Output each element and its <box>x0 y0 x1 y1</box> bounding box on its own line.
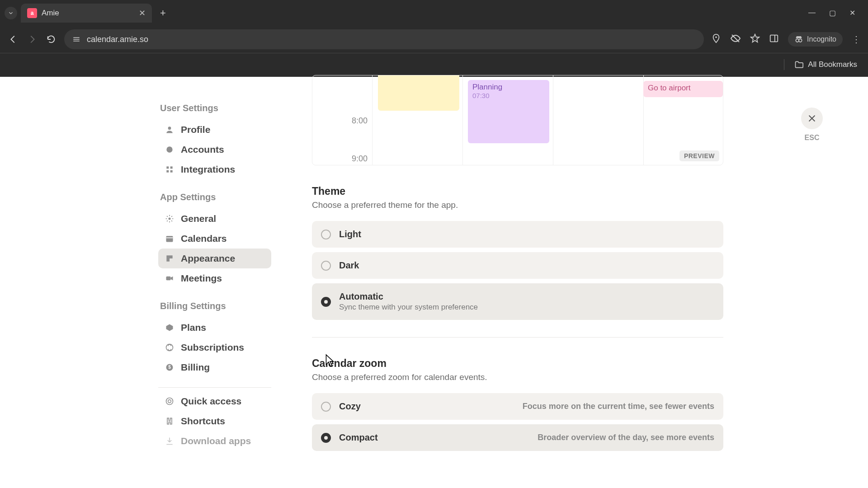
url-text: calendar.amie.so <box>87 35 148 44</box>
svg-rect-12 <box>166 170 169 173</box>
quick-access-icon <box>165 396 175 406</box>
zoom-subtitle: Choose a preferred zoom for calendar eve… <box>312 372 850 382</box>
time-label: 8:00 <box>312 113 368 151</box>
shortcuts-icon <box>165 416 175 426</box>
favicon-icon: a <box>27 8 37 18</box>
maximize-icon[interactable]: ▢ <box>829 9 836 17</box>
kebab-menu-icon[interactable]: ⋮ <box>852 34 861 45</box>
zoom-option-cozy[interactable]: Cozy Focus more on the current time, see… <box>312 393 723 420</box>
site-settings-icon[interactable] <box>72 35 80 43</box>
sidebar-item-integrations[interactable]: Integrations <box>158 160 271 179</box>
plans-icon <box>165 323 175 333</box>
download-icon <box>165 436 175 446</box>
location-icon[interactable] <box>711 33 721 45</box>
radio-icon <box>321 402 331 412</box>
star-icon[interactable] <box>750 33 760 45</box>
sidebar-item-label: Subscriptions <box>181 342 244 353</box>
sidebar-group-user: User Settings <box>160 103 280 113</box>
option-sublabel: Sync theme with your system preference <box>339 303 478 312</box>
sidebar-item-general[interactable]: General <box>158 209 271 229</box>
svg-rect-13 <box>170 170 173 173</box>
incognito-icon <box>794 35 803 44</box>
app-content: User Settings Profile Accounts Integrati… <box>0 77 868 488</box>
tab-search-dropdown[interactable] <box>5 7 17 19</box>
sidebar-item-shortcuts[interactable]: Shortcuts <box>158 411 271 431</box>
sidebar-group-app: App Settings <box>160 192 280 202</box>
calendar-preview: 8:00 9:00 07:00 Planning07:30 Go to airp… <box>312 75 723 165</box>
close-icon <box>807 114 816 123</box>
sidebar-item-appearance[interactable]: Appearance <box>158 249 271 268</box>
time-label <box>312 75 368 113</box>
svg-point-22 <box>166 398 173 405</box>
radio-icon <box>321 433 331 443</box>
sidebar-item-subscriptions[interactable]: Subscriptions <box>158 338 271 357</box>
url-input[interactable]: calendar.amie.so <box>64 29 704 49</box>
close-tab-icon[interactable]: ✕ <box>139 8 146 18</box>
option-label: Light <box>339 229 361 239</box>
reload-button[interactable] <box>45 33 57 45</box>
svg-marker-18 <box>166 324 173 331</box>
window-controls: — ▢ ✕ <box>808 9 863 17</box>
sidebar-item-label: Integrations <box>181 164 235 175</box>
incognito-badge[interactable]: Incognito <box>788 32 843 47</box>
sidebar-item-billing[interactable]: $Billing <box>158 357 271 377</box>
sidebar-item-label: Billing <box>181 362 210 373</box>
sidebar-divider <box>158 387 271 388</box>
svg-point-14 <box>169 218 171 220</box>
settings-sidebar: User Settings Profile Accounts Integrati… <box>0 77 280 488</box>
theme-option-light[interactable]: Light <box>312 221 723 248</box>
sidebar-item-accounts[interactable]: Accounts <box>158 140 271 160</box>
sidebar-item-meetings[interactable]: Meetings <box>158 268 271 288</box>
gear-icon <box>165 214 175 224</box>
svg-point-7 <box>799 39 802 42</box>
billing-icon: $ <box>165 362 175 372</box>
back-button[interactable] <box>7 33 19 45</box>
grid-line <box>462 75 463 165</box>
sidebar-item-label: Plans <box>181 322 206 333</box>
event-planning: Planning07:30 <box>468 80 549 143</box>
close-panel: ESC <box>801 108 823 142</box>
sidebar-item-calendars[interactable]: Calendars <box>158 229 271 249</box>
theme-option-dark[interactable]: Dark <box>312 252 723 279</box>
radio-icon <box>321 297 331 307</box>
svg-rect-1 <box>73 39 80 40</box>
option-label: Compact <box>339 432 378 443</box>
sidepanel-icon[interactable] <box>769 33 779 45</box>
svg-rect-15 <box>166 236 173 242</box>
svg-rect-11 <box>170 166 173 169</box>
svg-point-6 <box>796 39 799 42</box>
sidebar-item-label: Calendars <box>181 233 227 244</box>
svg-rect-0 <box>73 38 80 38</box>
sidebar-item-label: Accounts <box>181 144 224 155</box>
event-time: 07:30 <box>472 92 545 99</box>
sidebar-item-quick-access[interactable]: Quick access <box>158 391 271 411</box>
video-icon <box>165 273 175 283</box>
svg-text:$: $ <box>168 365 171 370</box>
event-airport: Go to airport <box>643 81 723 97</box>
tab-title: Amie <box>42 9 134 18</box>
zoom-option-compact[interactable]: Compact Broader overview of the day, see… <box>312 424 723 451</box>
theme-subtitle: Choose a preferred theme for the app. <box>312 200 850 210</box>
browser-tab[interactable]: a Amie ✕ <box>21 4 152 23</box>
sidebar-item-profile[interactable]: Profile <box>158 120 271 140</box>
profile-icon <box>165 125 175 135</box>
theme-option-automatic[interactable]: Automatic Sync theme with your system pr… <box>312 283 723 320</box>
sidebar-item-plans[interactable]: Plans <box>158 318 271 338</box>
sidebar-item-download-apps[interactable]: Download apps <box>158 431 271 451</box>
close-window-icon[interactable]: ✕ <box>849 9 855 17</box>
svg-point-9 <box>166 146 172 152</box>
event-yellow: 07:00 <box>378 75 459 111</box>
forward-button[interactable] <box>26 33 38 45</box>
minimize-icon[interactable]: — <box>808 9 816 17</box>
new-tab-button[interactable]: + <box>156 7 170 19</box>
sidebar-item-label: Profile <box>181 124 210 135</box>
close-button[interactable] <box>801 108 823 129</box>
calendar-icon <box>165 234 175 244</box>
sidebar-item-label: Appearance <box>181 253 235 264</box>
section-divider <box>312 337 723 338</box>
sidebar-item-label: Download apps <box>181 436 251 446</box>
time-column: 8:00 9:00 <box>312 75 372 165</box>
all-bookmarks-link[interactable]: All Bookmarks <box>808 60 857 69</box>
eye-off-icon[interactable] <box>730 33 741 46</box>
grid-line <box>553 75 553 165</box>
